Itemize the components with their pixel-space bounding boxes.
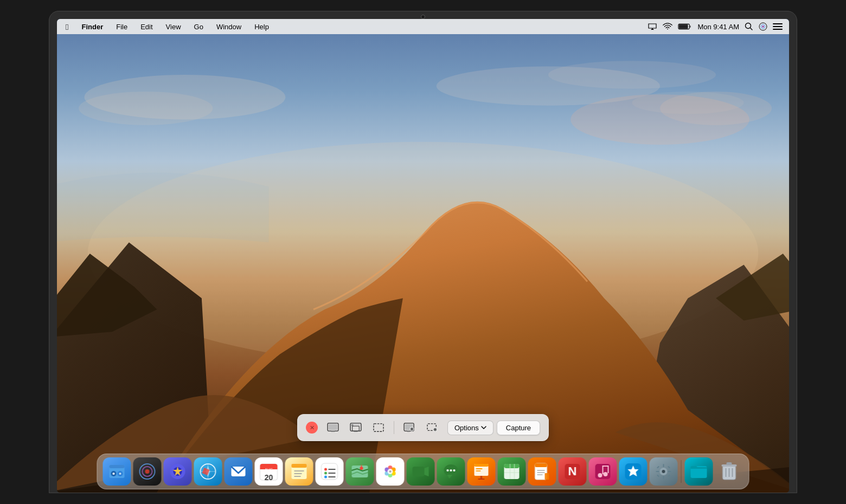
help-menu[interactable]: Help <box>252 22 271 32</box>
finder-menu[interactable]: Finder <box>79 22 105 32</box>
record-selection-button[interactable] <box>422 419 442 436</box>
svg-text:20: 20 <box>265 473 273 481</box>
file-menu[interactable]: File <box>114 22 130 32</box>
dock-item-calendar[interactable]: 20AUG <box>255 457 283 486</box>
svg-text:N: N <box>568 464 577 478</box>
svg-point-114 <box>604 472 608 476</box>
svg-rect-127 <box>657 474 659 477</box>
svg-rect-116 <box>608 466 609 473</box>
svg-rect-20 <box>773 23 783 24</box>
dock-item-appstore[interactable] <box>619 457 648 486</box>
dock-item-keynote[interactable] <box>467 457 496 486</box>
capture-selection-button[interactable] <box>369 419 388 436</box>
dock-item-messages[interactable] <box>437 457 465 486</box>
menubar-right: Mon 9:41 AM <box>648 22 783 31</box>
control-center-icon[interactable] <box>773 23 783 30</box>
svg-rect-75 <box>352 466 368 477</box>
dock-separator <box>681 460 682 483</box>
dock-item-launchpad[interactable] <box>164 457 192 486</box>
battery-icon[interactable] <box>678 23 692 30</box>
dock: 20AUG <box>97 454 749 489</box>
dock-item-siri[interactable] <box>133 457 162 486</box>
dock-item-news[interactable]: N <box>559 457 587 486</box>
dock-item-pages[interactable] <box>528 457 556 486</box>
svg-rect-134 <box>727 462 732 465</box>
dock-item-facetime[interactable] <box>407 457 435 486</box>
airplay-icon[interactable] <box>648 23 657 30</box>
laptop-frame:  Finder File Edit View Go Window Help <box>49 11 797 493</box>
svg-point-5 <box>548 61 716 89</box>
svg-rect-25 <box>331 431 335 432</box>
siri-icon[interactable] <box>759 22 767 31</box>
svg-rect-97 <box>476 468 483 469</box>
edit-menu[interactable]: Edit <box>138 22 155 32</box>
svg-point-46 <box>119 473 121 475</box>
apple-menu[interactable]:  <box>63 21 70 33</box>
svg-rect-30 <box>352 426 360 431</box>
svg-point-69 <box>324 468 327 471</box>
svg-point-85 <box>389 470 392 473</box>
window-menu[interactable]: Window <box>214 22 243 32</box>
options-label: Options <box>454 424 479 432</box>
svg-rect-22 <box>773 29 783 30</box>
toolbar-separator-1 <box>394 421 394 434</box>
dock-item-finder[interactable] <box>103 457 131 486</box>
svg-rect-64 <box>292 464 307 468</box>
svg-point-45 <box>113 473 115 475</box>
go-menu[interactable]: Go <box>192 22 206 32</box>
svg-rect-96 <box>478 479 485 480</box>
menubar:  Finder File Edit View Go Window Help <box>57 19 789 34</box>
svg-rect-21 <box>773 26 783 27</box>
dock-item-maps[interactable] <box>346 457 374 486</box>
svg-rect-31 <box>374 424 383 431</box>
svg-point-91 <box>450 469 452 471</box>
dock-item-notes[interactable] <box>285 457 313 486</box>
dock-item-file-browser[interactable] <box>685 457 713 486</box>
svg-point-36 <box>411 428 413 430</box>
svg-rect-34 <box>407 431 409 432</box>
svg-rect-24 <box>329 424 337 430</box>
svg-marker-87 <box>425 467 429 476</box>
svg-rect-15 <box>679 24 688 28</box>
svg-rect-124 <box>668 471 671 472</box>
svg-rect-128 <box>668 474 670 477</box>
svg-rect-105 <box>535 463 547 467</box>
wifi-icon[interactable] <box>663 23 672 30</box>
time-display: Mon 9:41 AM <box>697 23 739 31</box>
capture-button[interactable]: Capture <box>497 421 540 435</box>
svg-marker-89 <box>447 475 453 479</box>
svg-rect-121 <box>663 464 664 467</box>
svg-point-73 <box>324 476 327 479</box>
svg-point-90 <box>447 469 449 471</box>
toolbar-close-button[interactable]: ✕ <box>306 422 318 434</box>
svg-rect-42 <box>110 465 125 468</box>
dock-item-reminders[interactable] <box>316 457 344 486</box>
svg-rect-122 <box>663 476 664 479</box>
svg-point-120 <box>662 470 665 473</box>
view-menu[interactable]: View <box>164 22 183 32</box>
svg-rect-94 <box>475 464 489 467</box>
svg-text:AUG: AUG <box>265 468 273 471</box>
capture-entire-screen-button[interactable] <box>323 419 343 436</box>
dock-item-system-prefs[interactable] <box>650 457 678 486</box>
camera <box>421 15 425 19</box>
svg-rect-126 <box>668 466 670 469</box>
svg-point-39 <box>434 429 437 431</box>
svg-rect-123 <box>656 471 659 472</box>
dock-item-trash[interactable] <box>715 457 744 486</box>
dock-item-mail[interactable] <box>225 457 253 486</box>
svg-point-16 <box>746 23 751 29</box>
dock-item-numbers[interactable] <box>498 457 526 486</box>
dock-item-music[interactable] <box>589 457 617 486</box>
menubar-left:  Finder File Edit View Go Window Help <box>63 21 648 33</box>
dock-item-photos[interactable] <box>376 457 405 486</box>
svg-point-113 <box>598 473 603 477</box>
capture-selected-window-button[interactable] <box>346 419 366 436</box>
search-icon[interactable] <box>745 22 753 31</box>
dock-item-safari[interactable] <box>194 457 222 486</box>
options-button[interactable]: Options <box>447 421 493 435</box>
record-entire-screen-button[interactable] <box>400 419 419 436</box>
svg-point-92 <box>453 469 456 471</box>
svg-rect-131 <box>691 467 707 469</box>
svg-rect-115 <box>603 466 604 474</box>
